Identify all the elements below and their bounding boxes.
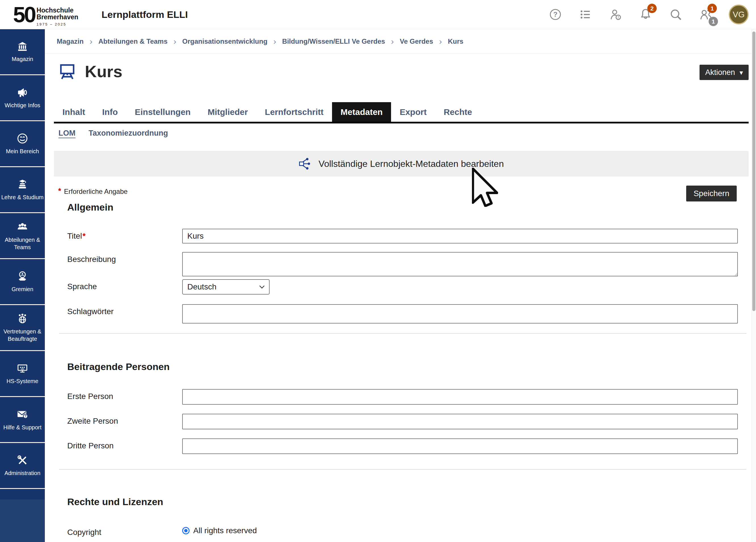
sidebar-item-label: Abteilungen & Teams <box>1 236 44 251</box>
user-alert-icon: ! <box>609 8 622 21</box>
tools-icon <box>16 454 29 467</box>
tab-mitglieder[interactable]: Mitglieder <box>199 102 257 122</box>
schlagwoerter-input[interactable] <box>182 304 738 323</box>
logo-name-line1: Hochschule <box>37 7 78 14</box>
section-divider <box>59 333 746 334</box>
sidebar-item-lehre-studium[interactable]: Lehre & Studium <box>0 167 45 213</box>
copyright-option-label: All rights reserved <box>193 526 257 535</box>
titel-input[interactable] <box>182 229 738 243</box>
chevron-down-icon <box>740 68 743 77</box>
contacts-badge-new: 1 <box>707 4 717 13</box>
main-sidebar: Magazin Wichtige Infos Mein Bereich <box>0 29 45 542</box>
sidebar-item-label: HS-Systeme <box>7 378 38 385</box>
sidebar-item-hs-systeme[interactable]: HS-Systeme <box>0 351 45 397</box>
monitor-icon <box>16 362 29 375</box>
main-content: Magazin Abteilungen & Teams Organisation… <box>45 29 751 542</box>
subtab-lom[interactable]: LOM <box>58 129 75 139</box>
node-share-icon <box>299 157 312 170</box>
header-actions: ? ! <box>548 5 756 24</box>
app-title: Lernplattform ELLI <box>102 9 188 20</box>
sidebar-item-label: Mein Bereich <box>6 148 39 155</box>
breadcrumb-item-magazin[interactable]: Magazin <box>57 37 84 45</box>
schlagwoerter-label: Schlagwörter <box>67 304 182 316</box>
save-button[interactable]: Speichern <box>686 186 737 201</box>
breadcrumb-separator-icon <box>173 37 176 46</box>
beschreibung-label: Beschreibung <box>67 252 182 264</box>
tab-bar: Inhalt Info Einstellungen Mitglieder Ler… <box>54 102 751 122</box>
sidebar-item-mein-bereich[interactable]: Mein Bereich <box>0 121 45 167</box>
zweite-person-label: Zweite Person <box>67 414 182 426</box>
scrollbar-thumb[interactable] <box>752 31 755 311</box>
breadcrumb-separator-icon <box>391 37 394 46</box>
actions-button-label: Aktionen <box>705 68 735 77</box>
logo-years: 1975 – 2025 <box>37 22 78 26</box>
breadcrumb: Magazin Abteilungen & Teams Organisation… <box>45 29 751 54</box>
vertical-scrollbar <box>751 29 756 542</box>
svg-text:?: ? <box>553 10 558 18</box>
breadcrumb-separator-icon <box>90 37 93 46</box>
member-status-button[interactable]: ! <box>608 7 623 22</box>
dritte-person-input[interactable] <box>182 438 738 454</box>
top-header: 50 Hochschule Bremerhaven 1975 – 2025 Le… <box>0 0 756 29</box>
zweite-person-input[interactable] <box>182 414 738 429</box>
sprache-select[interactable]: Deutsch <box>182 279 270 295</box>
erste-person-label: Erste Person <box>67 389 182 401</box>
search-button[interactable] <box>669 7 683 22</box>
required-asterisk: * <box>58 187 61 196</box>
sidebar-item-hilfe-support[interactable]: ? Hilfe & Support <box>0 397 45 443</box>
university-logo: 50 Hochschule Bremerhaven 1975 – 2025 <box>0 2 78 27</box>
beschreibung-textarea[interactable] <box>182 252 738 276</box>
sidebar-item-gremien[interactable]: Gremien <box>0 259 45 305</box>
sidebar-item-wichtige-infos[interactable]: Wichtige Infos <box>0 75 45 121</box>
notifications-button[interactable]: 2 <box>639 7 653 22</box>
help-button[interactable]: ? <box>548 7 562 22</box>
notifications-badge: 2 <box>647 4 657 13</box>
form-row-schlagwoerter: Schlagwörter <box>67 304 738 323</box>
tab-export[interactable]: Export <box>391 102 435 122</box>
user-avatar[interactable]: VG <box>729 5 749 24</box>
tab-info[interactable]: Info <box>94 102 126 122</box>
sidebar-item-label: Wichtige Infos <box>5 102 40 109</box>
sprache-label: Sprache <box>67 279 182 291</box>
breadcrumb-item-organisationsentwicklung[interactable]: Organisationsentwicklung <box>182 37 267 45</box>
copyright-radio-group: All rights reserved <box>182 525 738 535</box>
section-heading-allgemein: Allgemein <box>67 201 751 213</box>
actions-button[interactable]: Aktionen <box>700 65 749 80</box>
tab-lernfortschritt[interactable]: Lernfortschritt <box>256 102 332 122</box>
breadcrumb-item-abteilungen[interactable]: Abteilungen & Teams <box>98 37 168 45</box>
tab-rechte[interactable]: Rechte <box>435 102 480 122</box>
tab-einstellungen[interactable]: Einstellungen <box>126 102 199 122</box>
section-divider <box>59 469 746 470</box>
sidebar-item-administration[interactable]: Administration <box>0 443 45 489</box>
titel-label: Titel* <box>67 229 182 241</box>
edit-full-metadata-label: Vollständige Lernobjekt-Metadaten bearbe… <box>319 159 504 169</box>
sidebar-item-magazin[interactable]: Magazin <box>0 29 45 75</box>
committee-icon <box>16 270 29 283</box>
edit-full-metadata-link[interactable]: Vollständige Lernobjekt-Metadaten bearbe… <box>54 151 749 177</box>
erste-person-input[interactable] <box>182 389 738 405</box>
app-root: 50 Hochschule Bremerhaven 1975 – 2025 Le… <box>0 0 756 542</box>
search-icon <box>669 8 683 21</box>
bank-icon <box>16 41 28 52</box>
sidebar-item-abteilungen-teams[interactable]: Abteilungen & Teams <box>0 213 45 259</box>
tab-inhalt[interactable]: Inhalt <box>54 102 94 122</box>
subtab-taxonomiezuordnung[interactable]: Taxonomiezuordnung <box>89 129 168 139</box>
required-asterisk: * <box>83 232 86 240</box>
breadcrumb-item-kurs[interactable]: Kurs <box>448 37 463 45</box>
copyright-radio-selected[interactable] <box>182 527 190 534</box>
todo-list-button[interactable] <box>578 7 593 22</box>
sidebar-item-vertretungen[interactable]: Vertretungen & Beauftragte <box>0 305 45 351</box>
breadcrumb-item-bildung[interactable]: Bildung/Wissen/ELLI Ve Gerdes <box>282 37 385 45</box>
sidebar-item-label: Magazin <box>12 56 33 63</box>
logo-text: Hochschule Bremerhaven 1975 – 2025 <box>37 2 78 26</box>
tab-underline <box>54 122 749 123</box>
form-toolbar: * Erforderliche Angabe Speichern <box>58 187 751 203</box>
books-icon <box>16 178 29 191</box>
page-title: Kurs <box>85 63 122 80</box>
tab-metadaten[interactable]: Metadaten <box>332 102 391 122</box>
page-header: Kurs <box>58 62 751 81</box>
breadcrumb-item-ve-gerdes[interactable]: Ve Gerdes <box>400 37 433 45</box>
sidebar-item-label: Administration <box>5 470 41 477</box>
form-row-erste-person: Erste Person <box>67 389 738 405</box>
contacts-button[interactable]: 1 1 <box>699 7 713 22</box>
